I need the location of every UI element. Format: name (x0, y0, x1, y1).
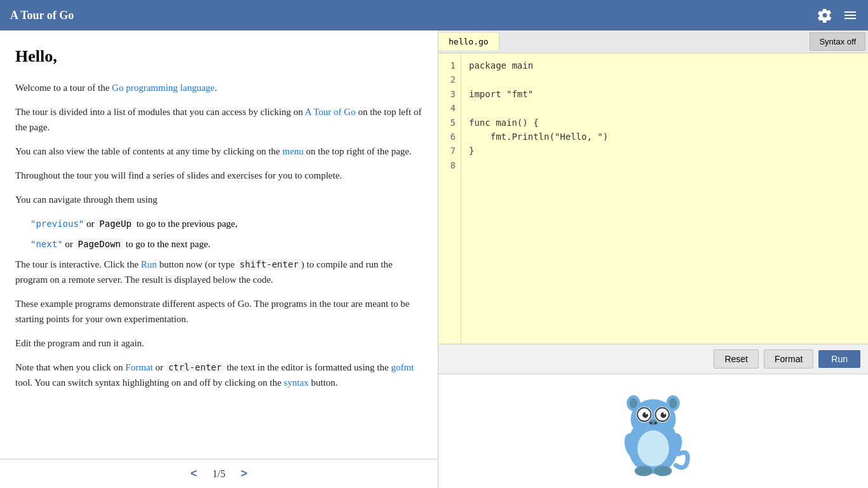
nav-progress: 1/5 (212, 468, 225, 480)
code-textarea[interactable]: package main import "fmt" func main() { … (461, 53, 868, 344)
next-link[interactable]: "next" (31, 239, 63, 249)
gofmt-link[interactable]: gofmt (391, 362, 414, 372)
right-panel: hello.go Syntax off 1 2 3 4 5 6 7 8 pack… (438, 30, 868, 488)
pageup-code: PageUp (97, 218, 134, 229)
line-num-8: 8 (444, 158, 456, 172)
edit-paragraph: Edit the program and run it again. (15, 336, 423, 351)
intro-text-after: . (215, 83, 217, 93)
app-title: A Tour of Go (10, 9, 74, 22)
syntax-toggle-button[interactable]: Syntax off (810, 32, 865, 51)
previous-item: "previous" or PageUp to go to the previo… (31, 216, 423, 231)
gopher-area (438, 374, 868, 488)
svg-point-11 (649, 421, 652, 424)
format-link[interactable]: Format (125, 362, 153, 372)
line-num-4: 4 (444, 101, 456, 115)
previous-text: or PageUp to go to the previous page, (86, 218, 238, 229)
line-num-2: 2 (444, 72, 456, 86)
format-button[interactable]: Format (764, 349, 813, 369)
intro-paragraph: Welcome to a tour of the Go programming … (15, 80, 423, 95)
gopher-image (596, 381, 710, 482)
svg-point-15 (630, 398, 637, 408)
svg-point-9 (663, 412, 666, 414)
page-heading: Hello, (15, 43, 423, 70)
bottom-toolbar: Reset Format Run (438, 344, 868, 374)
navigate-paragraph: You can navigate through them using (15, 192, 423, 207)
svg-point-19 (637, 430, 669, 466)
menu-link[interactable]: menu (282, 146, 303, 156)
interactive-paragraph: The tour is interactive. Click the Run b… (15, 257, 423, 287)
line-numbers: 1 2 3 4 5 6 7 8 (438, 53, 461, 344)
svg-point-12 (654, 421, 656, 424)
demo-paragraph: These example programs demonstrate diffe… (15, 296, 423, 327)
menu-icon[interactable] (843, 8, 858, 23)
code-editor[interactable]: 1 2 3 4 5 6 7 8 package main import "fmt… (438, 53, 868, 344)
svg-point-8 (646, 412, 648, 414)
toc-paragraph: You can also view the table of contents … (15, 144, 423, 159)
line-num-7: 7 (444, 144, 456, 158)
pagedown-code: PageDown (76, 238, 123, 250)
slides-paragraph: Throughout the tour you will find a seri… (15, 168, 423, 183)
run-link[interactable]: Run (141, 259, 157, 269)
header-icons (817, 8, 858, 23)
syntax-link[interactable]: syntax (284, 377, 309, 388)
modules-paragraph: The tour is divided into a list of modul… (15, 104, 423, 135)
left-panel: Hello, Welcome to a tour of the Go progr… (0, 30, 438, 488)
left-content: Hello, Welcome to a tour of the Go progr… (0, 30, 438, 459)
tour-link[interactable]: A Tour of Go (305, 107, 356, 117)
tab-bar: hello.go Syntax off (438, 30, 868, 53)
prev-button[interactable]: < (191, 467, 198, 480)
main-layout: Hello, Welcome to a tour of the Go progr… (0, 30, 868, 488)
line-num-1: 1 (444, 58, 456, 72)
header: A Tour of Go (0, 0, 868, 30)
next-text: or PageDown to go to the next page. (65, 238, 210, 250)
settings-icon[interactable] (817, 8, 832, 23)
ctrl-enter-code: ctrl-enter (166, 362, 224, 373)
run-button[interactable]: Run (818, 350, 860, 368)
file-tab[interactable]: hello.go (438, 33, 499, 50)
svg-point-16 (669, 398, 677, 408)
go-lang-link[interactable]: Go programming language (112, 83, 215, 93)
line-num-5: 5 (444, 116, 456, 130)
format-paragraph: Note that when you click on Format or ct… (15, 360, 423, 390)
line-num-3: 3 (444, 87, 456, 101)
shift-enter-code: shift-enter (237, 259, 301, 270)
reset-button[interactable]: Reset (714, 349, 759, 369)
next-item: "next" or PageDown to go to the next pag… (31, 236, 423, 252)
svg-point-21 (654, 466, 672, 476)
previous-link[interactable]: "previous" (31, 219, 84, 229)
intro-text-before: Welcome to a tour of the (15, 83, 112, 93)
next-button[interactable]: > (241, 467, 248, 480)
line-num-6: 6 (444, 130, 456, 144)
nav-bar: < 1/5 > (0, 459, 438, 488)
svg-point-20 (635, 466, 653, 476)
